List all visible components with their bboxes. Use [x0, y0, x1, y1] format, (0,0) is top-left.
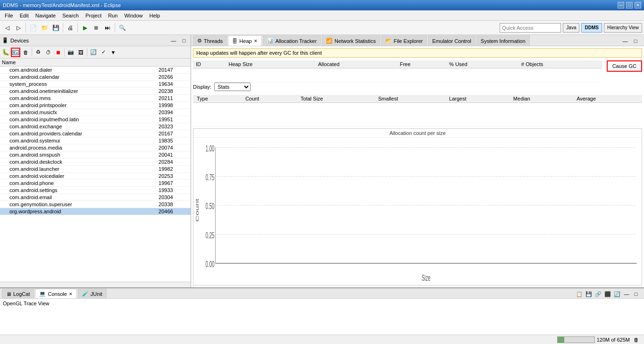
minimize-button[interactable]: —: [618, 2, 624, 8]
heap-col-allocated: Allocated: [315, 60, 397, 68]
menu-search[interactable]: Search: [59, 12, 82, 19]
chart-svg-container: 1.00 0.75 0.50 0.25 0.00 Count: [193, 138, 642, 283]
step-button[interactable]: ⏭: [102, 23, 113, 33]
dev-sep-1: [32, 48, 32, 57]
heap-panel: ⚙ Threads 🗄 Heap ✕ 📊 Allocation Tracker …: [191, 35, 644, 287]
heap-top-row: ID Heap Size Allocated Free % Used # Obj…: [193, 60, 642, 95]
gc-button[interactable]: 🗑: [632, 336, 640, 344]
menu-help[interactable]: Help: [147, 12, 163, 19]
java-perspective-button[interactable]: Java: [563, 23, 579, 33]
tab-emulator-control[interactable]: Emulator Control: [428, 35, 476, 46]
device-pid-cell: 20074: [157, 144, 191, 151]
forward-button[interactable]: ▷: [13, 23, 24, 33]
devices-table-row[interactable]: com.android.onetimeinitializer20238: [0, 88, 191, 95]
print-button[interactable]: 🖨: [65, 23, 75, 33]
file-tab-label: File Explorer: [394, 38, 423, 44]
heap-col-id: ID: [193, 60, 226, 68]
run-button[interactable]: ⏹: [91, 23, 101, 33]
hierarchy-perspective-button[interactable]: Hierarchy View: [604, 23, 642, 33]
heap-panel-maximize[interactable]: □: [631, 36, 640, 46]
save-button[interactable]: 💾: [50, 23, 61, 33]
svg-text:0.00: 0.00: [206, 260, 214, 269]
devices-table-row[interactable]: com.android.musicfx20394: [0, 109, 191, 116]
menu-window[interactable]: Window: [121, 12, 145, 19]
tab-junit[interactable]: 🧪 JUnit: [78, 289, 107, 298]
debug-selected-process-button[interactable]: 🐛: [1, 48, 10, 57]
new-button[interactable]: 📄: [28, 23, 38, 33]
check-button[interactable]: ✓: [99, 48, 108, 57]
svg-text:0.75: 0.75: [206, 173, 214, 182]
dump-hprof-button[interactable]: 🗑: [21, 48, 30, 57]
devices-table-row[interactable]: com.android.providers.calendar20167: [0, 130, 191, 137]
tab-allocation-tracker[interactable]: 📊 Allocation Tracker: [263, 35, 321, 46]
device-pid-cell: 20394: [157, 109, 191, 116]
devices-minimize-button[interactable]: —: [169, 36, 178, 45]
stop-button[interactable]: ⏹: [53, 48, 63, 57]
run-debug-button[interactable]: ▶: [80, 23, 90, 33]
devices-table-row[interactable]: com.android.email20304: [0, 194, 191, 201]
device-name-cell: com.android.musicfx: [0, 109, 157, 116]
devices-table-row[interactable]: com.android.settings19933: [0, 187, 191, 194]
maximize-button[interactable]: □: [626, 2, 633, 8]
bottom-btn-2[interactable]: 💾: [585, 290, 593, 298]
devices-table-row[interactable]: org.wordpress.android20466: [0, 208, 191, 215]
close-button[interactable]: ✕: [635, 2, 641, 8]
devices-table-row[interactable]: android.process.media20074: [0, 144, 191, 151]
menu-project[interactable]: Project: [83, 12, 104, 19]
bottom-minimize[interactable]: —: [622, 290, 631, 298]
display-select[interactable]: Stats Bar Graph Linear: [214, 83, 251, 91]
heap-tab-close[interactable]: ✕: [254, 39, 258, 43]
drop-button[interactable]: ▼: [109, 48, 118, 57]
console-tab-close[interactable]: ✕: [69, 292, 73, 296]
devices-table-row[interactable]: com.android.calendar20266: [0, 74, 191, 81]
devices-table-row[interactable]: com.android.inputmethod.latin19951: [0, 116, 191, 123]
devices-table-row[interactable]: com.android.deskclock20284: [0, 159, 191, 166]
bottom-maximize[interactable]: □: [632, 290, 640, 298]
reset-adb-button[interactable]: 🔄: [89, 48, 98, 57]
screen-capture-button[interactable]: 📷: [66, 48, 75, 57]
back-button[interactable]: ◁: [2, 23, 12, 33]
cause-gc-toolbar-button[interactable]: ♻: [33, 48, 43, 57]
tab-heap[interactable]: 🗄 Heap ✕: [228, 35, 261, 46]
thread-updates-button[interactable]: ⏱: [43, 48, 53, 57]
devices-table-row[interactable]: com.android.launcher19982: [0, 166, 191, 173]
tab-logcat[interactable]: 🖥 LogCat: [2, 289, 34, 298]
menu-file[interactable]: File: [2, 12, 16, 19]
menu-run[interactable]: Run: [105, 12, 120, 19]
ddms-perspective-button[interactable]: DDMS: [581, 23, 602, 33]
heap-col-objects: # Objects: [519, 60, 602, 68]
bottom-btn-5[interactable]: 🔄: [613, 290, 621, 298]
tab-file-explorer[interactable]: 📂 File Explorer: [381, 35, 427, 46]
tab-system-information[interactable]: System Information: [477, 35, 530, 46]
devices-table-row[interactable]: com.android.mms20211: [0, 95, 191, 102]
bottom-btn-4[interactable]: ⬛: [603, 290, 612, 298]
cause-gc-button[interactable]: Cause GC: [607, 60, 642, 72]
bottom-btn-3[interactable]: 🔗: [594, 290, 602, 298]
tab-network-statistics[interactable]: 📶 Network Statistics: [322, 35, 380, 46]
devices-table-row[interactable]: com.android.dialer20147: [0, 67, 191, 74]
heap-panel-minimize[interactable]: —: [620, 36, 630, 46]
open-button[interactable]: 📁: [39, 23, 50, 33]
quick-access-input[interactable]: [500, 23, 561, 33]
devices-table-row[interactable]: com.android.exchange20323: [0, 123, 191, 130]
tab-threads[interactable]: ⚙ Threads: [193, 35, 227, 46]
devices-table-row[interactable]: com.android.voicedialer20253: [0, 173, 191, 180]
devices-table-row[interactable]: com.android.systemui19835: [0, 137, 191, 144]
devices-table-row[interactable]: com.genymotion.superuser20338: [0, 201, 191, 208]
devices-table-row[interactable]: com.android.smspush20041: [0, 151, 191, 159]
devices-table-row[interactable]: com.android.phone19967: [0, 180, 191, 187]
devices-table-row[interactable]: system_process19634: [0, 81, 191, 88]
update-heap-button[interactable]: [11, 48, 20, 57]
devices-maximize-button[interactable]: □: [179, 36, 189, 45]
type-col-median: Median: [510, 95, 573, 103]
search-button[interactable]: 🔍: [117, 23, 127, 33]
tab-console[interactable]: 💻 Console ✕: [35, 289, 76, 298]
devices-table-row[interactable]: com.android.printspooler19998: [0, 102, 191, 109]
menu-edit[interactable]: Edit: [17, 12, 32, 19]
devices-horizontal-scrollbar[interactable]: [0, 282, 191, 287]
bottom-content: OpenGL Trace View: [0, 299, 644, 335]
dump-ui-button[interactable]: 🖼: [76, 48, 85, 57]
bottom-btn-1[interactable]: 📋: [575, 290, 584, 298]
menu-navigate[interactable]: Navigate: [33, 12, 59, 19]
devices-table[interactable]: Name com.android.dialer20147com.android.…: [0, 59, 191, 282]
